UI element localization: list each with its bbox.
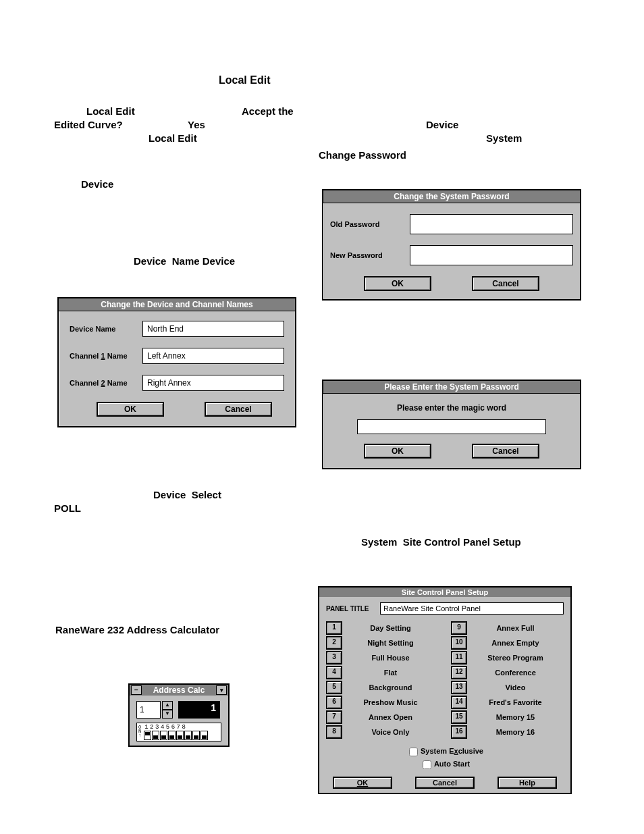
- address-calc-input[interactable]: [136, 701, 161, 719]
- spin-up-icon[interactable]: ▲: [162, 701, 173, 710]
- scp-memory-button-4[interactable]: 4: [326, 666, 342, 679]
- scp-memory-row: 10Annex Empty: [451, 636, 564, 650]
- change-password-ok-button[interactable]: OK: [364, 276, 431, 291]
- scp-memory-button-9[interactable]: 9: [451, 621, 467, 635]
- change-password-cancel-button[interactable]: Cancel: [472, 276, 539, 291]
- scp-memory-button-6[interactable]: 6: [326, 696, 342, 709]
- scp-memory-row: 7Annex Open: [326, 710, 439, 724]
- scp-memory-name[interactable]: Flat: [342, 669, 439, 677]
- text-accept: Accept the: [242, 105, 294, 117]
- scp-memory-row: 11Stereo Program: [451, 651, 564, 664]
- scp-memory-name[interactable]: Day Setting: [342, 624, 439, 632]
- input-channel1-name[interactable]: [142, 348, 284, 364]
- enter-password-cancel-button[interactable]: Cancel: [472, 444, 539, 459]
- scp-memory-name[interactable]: Night Setting: [342, 639, 439, 647]
- scp-memory-button-12[interactable]: 12: [451, 666, 467, 679]
- address-calc-titlebar: Address Calc: [130, 685, 228, 696]
- scp-panel-title-input[interactable]: [380, 602, 564, 615]
- scp-title: Site Control Panel Setup: [319, 588, 570, 597]
- scp-memory-button-3[interactable]: 3: [326, 651, 342, 664]
- label-channel1-name: Channel 1 Name: [70, 352, 142, 360]
- scp-memory-row: 9Annex Full: [451, 621, 564, 635]
- window-address-calc: Address Calc ▲ ▼ 1 ON↑ 12345678: [128, 683, 230, 747]
- scp-memory-name[interactable]: Preshow Music: [342, 698, 439, 706]
- text-device-select: Device Select: [153, 489, 221, 500]
- scp-memory-button-5[interactable]: 5: [326, 681, 342, 694]
- scp-memory-name[interactable]: Memory 16: [467, 728, 564, 736]
- scp-memory-name[interactable]: Annex Empty: [467, 639, 564, 647]
- scp-system-exclusive-check[interactable]: System Exclusive: [406, 746, 483, 758]
- scp-memory-button-10[interactable]: 10: [451, 636, 467, 650]
- text-local-edit: Local Edit: [86, 105, 135, 117]
- input-new-password[interactable]: [410, 245, 573, 265]
- scp-left-column: 1Day Setting2Night Setting3Full House4Fl…: [326, 620, 439, 740]
- scp-memory-button-16[interactable]: 16: [451, 725, 467, 739]
- scp-help-button[interactable]: Help: [498, 777, 557, 789]
- input-enter-password[interactable]: [357, 419, 546, 434]
- scp-memory-name[interactable]: Voice Only: [342, 728, 439, 736]
- scp-memory-button-11[interactable]: 11: [451, 651, 467, 664]
- text-yes: Yes: [188, 119, 205, 130]
- scp-memory-button-13[interactable]: 13: [451, 681, 467, 694]
- scp-memory-row: 1Day Setting: [326, 621, 439, 635]
- scp-memory-button-7[interactable]: 7: [326, 710, 342, 724]
- scp-memory-button-1[interactable]: 1: [326, 621, 342, 635]
- scp-right-column: 9Annex Full10Annex Empty11Stereo Program…: [451, 620, 564, 740]
- scp-memory-row: 15Memory 15: [451, 710, 564, 724]
- scp-memory-row: 8Voice Only: [326, 725, 439, 739]
- input-device-name[interactable]: [142, 321, 284, 337]
- scp-memory-name[interactable]: Annex Full: [467, 624, 564, 632]
- scp-cancel-button[interactable]: Cancel: [415, 777, 475, 789]
- scp-memory-row: 13Video: [451, 681, 564, 694]
- scp-memory-name[interactable]: Background: [342, 683, 439, 692]
- scp-memory-name[interactable]: Conference: [467, 669, 564, 677]
- scp-memory-name[interactable]: Fred's Favorite: [467, 698, 564, 706]
- address-calc-title: Address Calc: [144, 685, 213, 695]
- label-channel2-name: Channel 2 Name: [70, 379, 142, 387]
- scp-memory-button-14[interactable]: 14: [451, 696, 467, 709]
- text-change-password: Change Password: [319, 149, 406, 161]
- text-device: Device: [81, 178, 113, 190]
- scp-memory-name[interactable]: Memory 15: [467, 713, 564, 721]
- scp-memory-name[interactable]: Video: [467, 683, 564, 692]
- device-names-cancel-button[interactable]: Cancel: [205, 402, 272, 417]
- input-old-password[interactable]: [410, 214, 573, 234]
- dip-switch-display: ON↑ 12345678: [136, 723, 221, 741]
- label-old-password: Old Password: [330, 220, 410, 228]
- text-local-edit-top: Local Edit: [219, 74, 270, 86]
- system-menu-icon[interactable]: [131, 685, 142, 695]
- spin-down-icon[interactable]: ▼: [162, 710, 173, 719]
- scp-memory-row: 4Flat: [326, 666, 439, 679]
- address-calc-spinner[interactable]: ▲ ▼: [162, 701, 173, 719]
- scp-memory-row: 16Memory 16: [451, 725, 564, 739]
- scp-memory-row: 3Full House: [326, 651, 439, 664]
- scp-memory-button-8[interactable]: 8: [326, 725, 342, 739]
- text-device-menu: Device: [426, 119, 458, 130]
- scp-memory-button-15[interactable]: 15: [451, 710, 467, 724]
- label-device-name: Device Name: [70, 325, 142, 333]
- dialog-change-password: Change the System Password Old Password …: [322, 189, 581, 301]
- scp-memory-row: 12Conference: [451, 666, 564, 679]
- minimize-icon[interactable]: [216, 685, 227, 695]
- scp-memory-row: 5Background: [326, 681, 439, 694]
- text-edited-curve: Edited Curve?: [54, 119, 123, 130]
- scp-memory-row: 2Night Setting: [326, 636, 439, 650]
- text-system-site-panel: System Site Control Panel Setup: [361, 536, 521, 548]
- device-names-ok-button[interactable]: OK: [97, 402, 164, 417]
- scp-memory-name[interactable]: Annex Open: [342, 713, 439, 721]
- dialog-enter-password: Please Enter the System Password Please …: [322, 380, 581, 469]
- enter-password-ok-button[interactable]: OK: [364, 444, 431, 459]
- scp-ok-button[interactable]: OK: [333, 777, 392, 789]
- input-channel2-name[interactable]: [142, 375, 284, 391]
- scp-auto-start-check[interactable]: Auto Start: [420, 758, 470, 771]
- text-address-calc-heading: RaneWare 232 Address Calculator: [55, 624, 219, 635]
- dialog-enter-password-title: Please Enter the System Password: [323, 381, 580, 394]
- scp-memory-row: 14Fred's Favorite: [451, 696, 564, 709]
- text-device-name-device: Device Name Device: [134, 255, 235, 267]
- scp-memory-name[interactable]: Stereo Program: [467, 654, 564, 662]
- enter-password-msg: Please enter the magic word: [323, 403, 580, 413]
- scp-memory-name[interactable]: Full House: [342, 654, 439, 662]
- scp-memory-row: 6Preshow Music: [326, 696, 439, 709]
- scp-memory-button-2[interactable]: 2: [326, 636, 342, 650]
- dialog-device-names: Change the Device and Channel Names Devi…: [57, 297, 296, 427]
